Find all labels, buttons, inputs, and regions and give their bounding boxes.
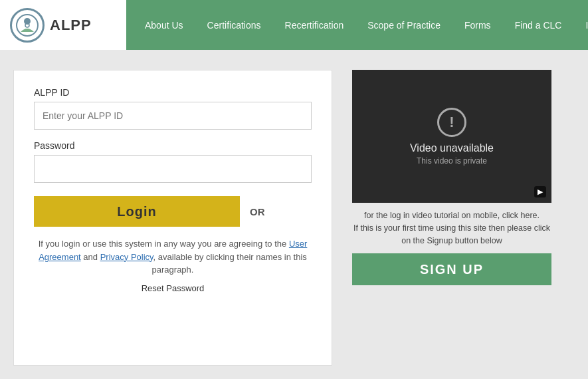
video-unavailable-title: Video unavailable [410,142,494,154]
video-container: ! Video unavailable This video is privat… [352,70,551,203]
reset-password-link[interactable]: Reset Password [34,283,312,293]
password-input[interactable] [34,155,312,183]
video-caption: for the log in video tutorial on mobile,… [352,209,551,247]
nav-recertification[interactable]: Recertification [273,0,356,50]
nav-forms[interactable]: Forms [452,0,503,50]
nav-bar: About Us Certifications Recertification … [126,0,588,50]
nav-about-us[interactable]: About Us [133,0,195,50]
video-caption-2: If this is your first time using this si… [353,223,550,245]
video-panel: ! Video unavailable This video is privat… [352,70,575,366]
alpp-id-input[interactable] [34,102,312,130]
terms-text-1: If you login or use this system in any w… [39,239,289,249]
header: ALPP About Us Certifications Recertifica… [0,0,588,50]
main-content: ALPP ID Password Login OR If you login o… [0,50,588,379]
nav-find-a-clc[interactable]: Find a CLC [503,0,574,50]
video-unavailable-icon: ! [437,108,466,137]
logo-text: ALPP [50,17,92,34]
terms-text: If you login or use this system in any w… [34,237,312,277]
logo-area: ALPP [0,0,126,50]
password-label: Password [34,140,312,151]
login-panel: ALPP ID Password Login OR If you login o… [13,70,332,366]
login-button[interactable]: Login [34,196,240,227]
nav-scope-of-practice[interactable]: Scope of Practice [355,0,452,50]
privacy-policy-link[interactable]: Privacy Policy [100,252,153,262]
youtube-icon: ▶ [534,186,546,197]
terms-text-2: , available by clicking their names in t… [152,252,307,275]
terms-and: and [81,252,100,262]
nav-in-the-n[interactable]: In the N… [573,0,588,50]
login-row: Login OR [34,196,312,227]
video-unavailable-sub: This video is private [417,156,487,166]
or-text: OR [250,206,265,217]
logo-icon [10,8,45,43]
svg-point-0 [17,15,38,36]
nav-certifications[interactable]: Certifications [195,0,273,50]
video-caption-1: for the log in video tutorial on mobile,… [364,211,539,220]
alpp-id-label: ALPP ID [34,87,312,98]
signup-button[interactable]: SIGN UP [352,253,551,285]
